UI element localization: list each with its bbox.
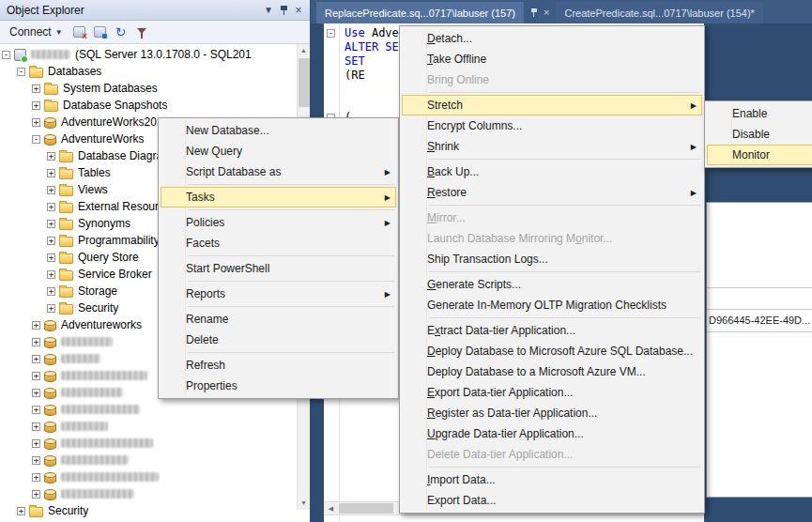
- menu-item-stretch[interactable]: Stretch▶: [402, 95, 702, 115]
- expand-icon[interactable]: +: [32, 456, 40, 465]
- database-icon: [44, 321, 56, 331]
- expand-icon[interactable]: +: [47, 237, 55, 245]
- stop-icon[interactable]: [93, 24, 108, 39]
- close-icon[interactable]: ×: [291, 3, 306, 18]
- menu-item-take-offline[interactable]: Take Offline: [402, 49, 702, 69]
- tree-item-database-snapshots[interactable]: +Database Snapshots: [2, 97, 297, 114]
- menu-item-rename[interactable]: Rename: [161, 309, 396, 330]
- menu-item-deploy-database-to-microsoft-azure-sql-database[interactable]: Deploy Database to Microsoft Azure SQL D…: [402, 341, 702, 361]
- expand-icon[interactable]: +: [32, 422, 40, 431]
- collapse-icon[interactable]: -: [2, 51, 10, 59]
- menu-item-enable[interactable]: Enable: [707, 103, 812, 124]
- expand-icon[interactable]: +: [32, 439, 40, 448]
- tree-item-redacted[interactable]: +: [2, 401, 297, 418]
- menu-item-shrink[interactable]: Shrink▶: [402, 136, 702, 157]
- expand-icon[interactable]: +: [32, 118, 40, 127]
- menu-item-start-powershell[interactable]: Start PowerShell: [161, 258, 396, 279]
- refresh-icon[interactable]: ↻: [114, 24, 129, 39]
- menu-item-properties[interactable]: Properties: [161, 376, 396, 396]
- scroll-up-icon[interactable]: ▲: [298, 44, 310, 57]
- tree-item-system-databases[interactable]: +System Databases: [2, 80, 297, 97]
- menu-item-mirror[interactable]: Mirror...: [402, 207, 702, 228]
- expand-icon[interactable]: +: [32, 321, 40, 330]
- scrollbar-thumb[interactable]: [299, 58, 310, 107]
- expand-icon[interactable]: +: [47, 220, 55, 228]
- menu-item-refresh[interactable]: Refresh: [161, 355, 396, 376]
- tree-item-redacted[interactable]: +: [2, 418, 297, 435]
- menu-item-new-query[interactable]: New Query: [161, 141, 396, 161]
- menu-item-script-database-as[interactable]: Script Database as▶: [161, 161, 396, 182]
- menu-item-label: Delete: [186, 333, 219, 346]
- menu-item-encrypt-columns[interactable]: Encrypt Columns...: [402, 115, 702, 136]
- collapse-icon[interactable]: -: [32, 135, 40, 144]
- expand-icon[interactable]: +: [47, 186, 55, 194]
- document-tab-1[interactable]: ReplacePredicate.sq...0717\labuser (157): [316, 2, 524, 23]
- disconnect-icon[interactable]: [72, 24, 87, 39]
- menu-item-export-data-tier-application[interactable]: Export Data-tier Application...: [402, 382, 702, 403]
- scrollbar-thumb[interactable]: [339, 503, 393, 514]
- expand-icon[interactable]: +: [47, 304, 55, 313]
- expand-icon[interactable]: +: [47, 203, 55, 211]
- window-position-icon[interactable]: ▼: [261, 3, 276, 18]
- menu-item-extract-data-tier-application[interactable]: Extract Data-tier Application...: [402, 320, 702, 341]
- database-icon: [44, 338, 56, 348]
- filter-icon[interactable]: [134, 24, 149, 39]
- expand-icon[interactable]: +: [47, 152, 55, 161]
- menu-item-delete-data-tier-application[interactable]: Delete Data-tier Application...: [402, 444, 702, 465]
- pin-icon[interactable]: [276, 3, 291, 18]
- tree-item-redacted[interactable]: +: [2, 452, 297, 468]
- tree-item-databases[interactable]: -Databases: [2, 63, 297, 80]
- menu-item-reports[interactable]: Reports▶: [161, 284, 396, 304]
- expand-icon[interactable]: +: [32, 389, 40, 397]
- menu-item-upgrade-data-tier-application[interactable]: Upgrade Data-tier Application...: [402, 423, 702, 444]
- expand-icon[interactable]: +: [32, 84, 40, 93]
- menu-item-icon-gutter: [402, 115, 427, 136]
- menu-item-delete[interactable]: Delete: [161, 330, 396, 350]
- menu-item-tasks[interactable]: Tasks▶: [161, 187, 396, 207]
- connect-button[interactable]: Connect ▼: [6, 23, 67, 40]
- expand-icon[interactable]: +: [47, 287, 55, 296]
- menu-item-disable[interactable]: Disable: [707, 124, 812, 145]
- tree-item-sql-server-13-0-1708-0-sql201[interactable]: -(SQL Server 13.0.1708.0 - SQL201: [2, 46, 297, 63]
- menu-item-facets[interactable]: Facets: [161, 233, 396, 253]
- menu-item-export-data[interactable]: Export Data...: [402, 490, 702, 511]
- menu-item-policies[interactable]: Policies▶: [161, 212, 396, 233]
- expand-icon[interactable]: +: [32, 490, 40, 499]
- menu-item-deploy-database-to-a-microsoft-azure-vm[interactable]: Deploy Database to a Microsoft Azure VM.…: [402, 361, 702, 382]
- menu-item-back-up[interactable]: Back Up...: [402, 161, 702, 182]
- fold-collapse-icon[interactable]: -: [327, 29, 335, 38]
- expand-icon[interactable]: +: [17, 507, 25, 515]
- expand-icon[interactable]: +: [32, 101, 40, 110]
- scroll-down-icon[interactable]: ▼: [298, 497, 310, 510]
- expand-icon[interactable]: +: [32, 355, 40, 363]
- close-icon[interactable]: ×: [544, 8, 549, 18]
- menu-item-launch-database-mirroring-monitor[interactable]: Launch Database Mirroring Monitor...: [402, 228, 702, 249]
- menu-item-detach[interactable]: Detach...: [402, 28, 702, 49]
- tree-item-redacted[interactable]: +: [2, 435, 297, 452]
- menu-item-icon-gutter: [402, 320, 427, 341]
- document-tab-2[interactable]: CreatePredicate.sql...0717\labuser (154)…: [556, 2, 762, 23]
- tree-item-redacted[interactable]: +: [2, 468, 297, 485]
- expand-icon[interactable]: +: [32, 372, 40, 380]
- menu-item-monitor[interactable]: Monitor: [707, 145, 812, 165]
- scroll-left-icon[interactable]: ◀: [324, 502, 338, 514]
- tree-item-security[interactable]: +Security: [2, 502, 297, 519]
- menu-item-bring-online[interactable]: Bring Online: [402, 69, 702, 90]
- tree-indent: [2, 291, 47, 292]
- expand-icon[interactable]: +: [32, 338, 40, 346]
- expand-icon[interactable]: +: [47, 253, 55, 262]
- expand-icon[interactable]: +: [47, 169, 55, 177]
- menu-item-ship-transaction-logs[interactable]: Ship Transaction Logs...: [402, 249, 702, 269]
- expand-icon[interactable]: +: [47, 270, 55, 279]
- expand-icon[interactable]: +: [32, 406, 40, 414]
- tree-item-redacted[interactable]: +: [2, 485, 297, 502]
- pin-icon[interactable]: [530, 8, 538, 19]
- menu-item-restore[interactable]: Restore▶: [402, 182, 702, 203]
- expand-icon[interactable]: +: [32, 473, 40, 482]
- menu-item-generate-scripts[interactable]: Generate Scripts...: [402, 274, 702, 295]
- menu-item-import-data[interactable]: Import Data...: [402, 469, 702, 490]
- menu-item-new-database[interactable]: New Database...: [161, 120, 396, 141]
- collapse-icon[interactable]: -: [17, 68, 25, 76]
- menu-item-register-as-data-tier-application[interactable]: Register as Data-tier Application...: [402, 403, 702, 423]
- menu-item-generate-in-memory-oltp-migration-checklists[interactable]: Generate In-Memory OLTP Migration Checkl…: [402, 295, 702, 315]
